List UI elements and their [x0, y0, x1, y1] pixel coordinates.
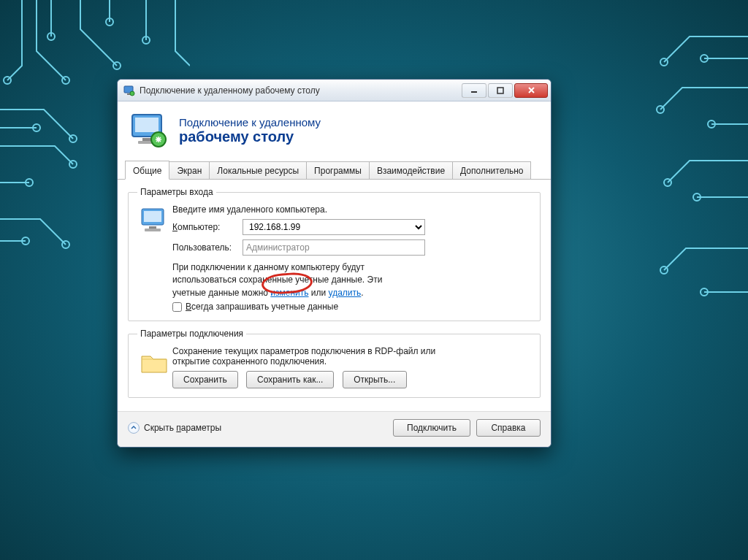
tab-panel-general: Параметры входа Введите имя удаленного к… — [118, 180, 551, 411]
svg-point-2 — [47, 33, 55, 40]
tab-strip: Общие Экран Локальные ресурсы Программы … — [118, 160, 551, 180]
login-legend: Параметры входа — [137, 187, 216, 197]
svg-rect-32 — [149, 226, 156, 229]
dialog-header: Подключение к удаленному рабочему столу — [118, 101, 551, 158]
svg-point-4 — [106, 18, 113, 26]
conn-legend: Параметры подключения — [137, 329, 246, 339]
svg-point-15 — [708, 120, 715, 128]
svg-point-7 — [33, 124, 40, 131]
svg-point-12 — [660, 58, 668, 66]
computer-combobox[interactable]: 192.168.1.99 — [243, 219, 425, 235]
rdp-header-icon — [129, 112, 170, 148]
svg-point-9 — [26, 179, 33, 186]
computer-label: Компьютер: — [172, 222, 243, 232]
svg-point-8 — [69, 161, 77, 168]
connection-settings-group: Параметры подключения Сохранение текущих… — [128, 329, 541, 398]
tab-programs[interactable]: Программы — [306, 161, 370, 179]
always-ask-checkbox[interactable] — [172, 302, 182, 312]
svg-point-6 — [69, 135, 77, 142]
delete-credentials-link[interactable]: удалить — [329, 288, 362, 298]
svg-point-16 — [664, 179, 671, 186]
conn-desc1: Сохранение текущих параметров подключени… — [172, 346, 531, 356]
titlebar[interactable]: Подключение к удаленному рабочему столу — [118, 80, 551, 101]
dialog-footer: Скрыть параметры Подключить Справка — [118, 411, 551, 447]
rdp-dialog-window: Подключение к удаленному рабочему столу — [117, 79, 552, 448]
header-line2: рабочему столу — [179, 129, 321, 145]
svg-point-3 — [113, 62, 121, 69]
svg-point-1 — [62, 77, 69, 84]
svg-point-10 — [62, 241, 69, 248]
save-button[interactable]: Сохранить — [172, 371, 238, 388]
svg-point-19 — [701, 288, 708, 296]
svg-rect-31 — [144, 211, 161, 222]
save-as-button[interactable]: Сохранить как... — [246, 371, 334, 388]
tab-advanced[interactable]: Дополнительно — [452, 161, 531, 179]
svg-rect-26 — [135, 118, 159, 132]
svg-point-11 — [22, 237, 29, 245]
open-button[interactable]: Открыть... — [343, 371, 407, 388]
help-button[interactable]: Справка — [476, 419, 541, 437]
svg-rect-33 — [145, 229, 161, 231]
svg-point-18 — [660, 266, 668, 274]
folder-icon — [137, 346, 172, 388]
computer-icon — [137, 204, 172, 312]
hide-options-link[interactable]: Скрыть параметры — [128, 422, 393, 434]
tab-display[interactable]: Экран — [169, 161, 210, 179]
svg-point-17 — [693, 193, 701, 201]
chevron-up-icon — [128, 422, 140, 434]
conn-desc2: открытие сохраненного подключения. — [172, 356, 531, 367]
header-line1: Подключение к удаленному — [179, 116, 321, 129]
tab-local[interactable]: Локальные ресурсы — [209, 161, 307, 179]
connect-button[interactable]: Подключить — [393, 419, 470, 437]
svg-point-14 — [657, 106, 664, 113]
svg-point-13 — [701, 55, 708, 62]
tab-general[interactable]: Общие — [125, 161, 169, 180]
credentials-info-text: При подключении к данному компьютеру буд… — [172, 261, 531, 299]
desktop-background: Подключение к удаленному рабочему столу — [0, 0, 748, 560]
user-label: Пользователь: — [172, 242, 243, 253]
change-credentials-link[interactable]: изменить — [270, 288, 308, 298]
svg-point-5 — [142, 37, 150, 44]
close-button[interactable] — [514, 83, 548, 98]
minimize-button[interactable] — [462, 83, 486, 98]
app-icon — [123, 85, 135, 96]
tab-experience[interactable]: Взаимодействие — [369, 161, 453, 179]
window-title: Подключение к удаленному рабочему столу — [140, 85, 460, 96]
login-settings-group: Параметры входа Введите имя удаленного к… — [128, 187, 541, 321]
user-field[interactable] — [243, 239, 425, 256]
maximize-button[interactable] — [488, 83, 513, 98]
svg-point-22 — [130, 91, 134, 96]
always-ask-label: Всегда запрашивать учетные данные — [186, 302, 338, 312]
svg-rect-24 — [497, 88, 503, 93]
svg-rect-27 — [142, 138, 151, 141]
svg-rect-21 — [127, 93, 130, 95]
login-prompt: Введите имя удаленного компьютера. — [172, 204, 531, 215]
svg-point-0 — [4, 77, 11, 84]
